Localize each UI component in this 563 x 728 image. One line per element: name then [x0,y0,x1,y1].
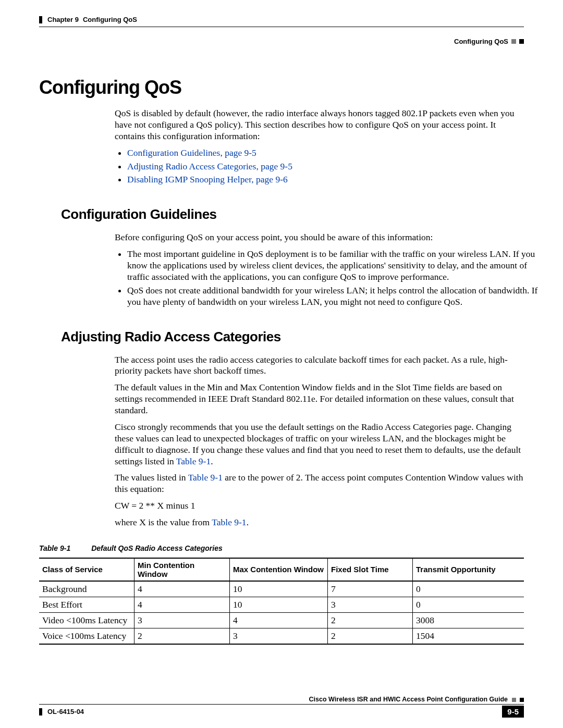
col-header: Min Contention Window [134,558,230,581]
header-left: Chapter 9 Configuring QoS [39,16,524,23]
header-bar-icon [39,16,42,23]
table-cell: 7 [328,581,413,597]
page-title: Configuring QoS [39,77,524,98]
col-header: Class of Service [39,558,134,581]
footer-bar-icon [39,708,42,715]
table-header-row: Class of Service Min Contention Window M… [39,558,524,581]
section1-lead: Before configuring QoS on your access po… [115,232,527,243]
chapter-title: Configuring QoS [83,16,137,23]
col-header: Transmit Opportunity [413,558,524,581]
table-cell: 10 [230,581,328,597]
table-cell: Video <100ms Latency [39,612,134,628]
table-link[interactable]: Table 9-1 [176,456,211,466]
table-cell: 4 [134,597,230,612]
table-cell: 3 [230,628,328,644]
list-item: QoS does not create additional bandwidth… [127,285,539,308]
table-cell: Background [39,581,134,597]
sec2-p2: The default values in the Min and Max Co… [115,382,527,416]
sec2-p5: where X is the value from Table 9-1. [115,517,527,528]
list-item: Adjusting Radio Access Categories, page … [127,161,539,172]
table-cell: 0 [413,597,524,612]
table-cell: Best Effort [39,597,134,612]
toc-list: Configuration Guidelines, page 9-5 Adjus… [115,147,539,186]
list-item: Configuration Guidelines, page 9-5 [127,147,539,159]
square-icon [511,39,516,44]
page-number: 9-5 [502,706,524,718]
col-header: Fixed Slot Time [328,558,413,581]
footer-book-title: Cisco Wireless ISR and HWIC Access Point… [39,696,524,704]
table-cell: 4 [134,581,230,597]
toc-link[interactable]: Disabling IGMP Snooping Helper, page 9-6 [127,174,288,184]
table-cell: 1504 [413,628,524,644]
table-caption-title: Default QoS Radio Access Categories [91,544,223,552]
table-cell: 3 [134,612,230,628]
equation: CW = 2 ** X minus 1 [115,500,527,512]
table-number: Table 9-1 [39,544,70,552]
table-cell: Voice <100ms Latency [39,628,134,644]
table-link[interactable]: Table 9-1 [212,517,246,527]
table-row: Voice <100ms Latency2321504 [39,628,524,644]
table-cell: 2 [328,612,413,628]
square-icon [519,39,524,44]
section-heading: Configuration Guidelines [61,206,524,223]
col-header: Max Contention Window [230,558,328,581]
header-right: Configuring QoS [39,38,524,45]
sec2-p4: The values listed in Table 9-1 are to th… [115,472,527,495]
table-caption: Table 9-1Default QoS Radio Access Catego… [39,544,524,552]
table-row: Background41070 [39,581,524,597]
table-row: Best Effort41030 [39,597,524,612]
guidelines-list: The most important guideline in QoS depl… [115,249,539,307]
square-icon [520,698,524,702]
table-cell: 4 [230,612,328,628]
square-icon [512,698,516,702]
section-title: Configuring QoS [454,38,508,45]
chapter-label: Chapter 9 [47,16,79,23]
qos-table: Class of Service Min Contention Window M… [39,558,524,645]
table-cell: 2 [134,628,230,644]
section-heading: Adjusting Radio Access Categories [61,329,524,345]
table-cell: 3008 [413,612,524,628]
sec2-p1: The access point uses the radio access c… [115,354,527,377]
footer-doc-id: OL-6415-04 [39,708,84,715]
table-cell: 0 [413,581,524,597]
toc-link[interactable]: Adjusting Radio Access Categories, page … [127,161,292,171]
list-item: The most important guideline in QoS depl… [127,249,539,283]
footer: Cisco Wireless ISR and HWIC Access Point… [39,696,524,718]
table-link[interactable]: Table 9-1 [188,472,223,483]
table-row: Video <100ms Latency3423008 [39,612,524,628]
header-rule [39,27,524,27]
sec2-p3: Cisco strongly recommends that you use t… [115,422,527,467]
table-cell: 3 [328,597,413,612]
toc-link[interactable]: Configuration Guidelines, page 9-5 [127,147,256,158]
table-cell: 2 [328,628,413,644]
intro-paragraph: QoS is disabled by default (however, the… [115,108,527,142]
table-cell: 10 [230,597,328,612]
list-item: Disabling IGMP Snooping Helper, page 9-6 [127,174,539,186]
